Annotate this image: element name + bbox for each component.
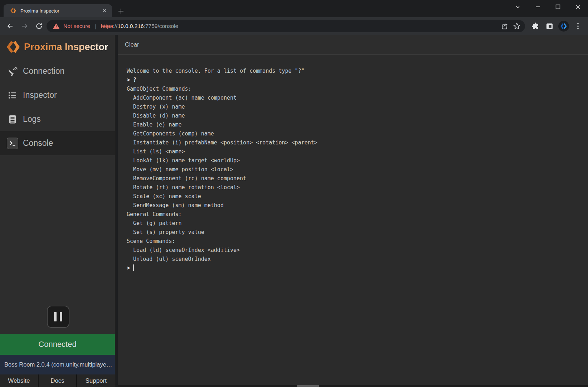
console-output-line: Scale (sc) name scale (127, 192, 588, 201)
tab-search-chevron-icon[interactable] (508, 0, 528, 14)
side-panel-icon[interactable] (542, 19, 557, 33)
project-info-bar: Boss Room 2.0.4 (com.unity.multiplaye… (0, 355, 115, 374)
url-separator: :// (113, 23, 117, 29)
console-output-line: RemoveComponent (rc) name component (127, 174, 588, 183)
back-button[interactable] (4, 20, 16, 32)
toolbar-right-icons (528, 19, 585, 33)
brand-header: Proxima Inspector (0, 35, 115, 59)
extensions-puzzle-icon[interactable] (528, 19, 542, 33)
sidebar-item-label: Inspector (23, 90, 57, 100)
sidebar-item-logs[interactable]: Logs (0, 107, 115, 131)
sidebar-nav: Connection Inspector (0, 59, 115, 155)
minimize-button[interactable] (528, 0, 548, 14)
page-content: Proxima Inspector Connection (0, 35, 588, 387)
support-link[interactable]: Support (77, 374, 115, 387)
url-divider: | (95, 23, 96, 29)
console-output[interactable]: Welcome to the console. For a list of co… (118, 55, 588, 385)
brand-title: Proxima Inspector (24, 42, 108, 53)
terminal-icon (6, 137, 19, 149)
console-echo-line: >? (127, 76, 588, 85)
browser-window: Proxima Inspector (0, 0, 588, 387)
console-output-line: LookAt (lk) name target <worldUp> (127, 156, 588, 165)
new-tab-button[interactable] (117, 7, 125, 15)
console-output-line: Enable (e) name (127, 120, 588, 129)
tab-title: Proxima Inspector (20, 8, 101, 14)
satellite-dish-icon (6, 65, 19, 77)
browser-toolbar: Not secure | https :// 10.0.0.216 :7759/… (0, 17, 588, 35)
console-welcome-line: Welcome to the console. For a list of co… (127, 67, 588, 76)
clear-button[interactable]: Clear (125, 41, 139, 48)
console-output-line: Instantiate (i) prefabName <position> <r… (127, 138, 588, 147)
url-path: :7759/console (144, 23, 179, 29)
reload-button[interactable] (33, 20, 45, 32)
console-output-line: Load (ld) sceneOrIndex <additive> (127, 246, 588, 255)
sidebar-item-label: Console (23, 138, 53, 148)
connection-status-label: Connected (38, 340, 76, 349)
close-button[interactable] (568, 0, 588, 14)
project-info-label: Boss Room 2.0.4 (com.unity.multiplaye… (4, 361, 112, 368)
bulleted-list-icon (6, 89, 19, 101)
proxima-extension-icon[interactable] (557, 19, 571, 33)
sidebar-footer: Website Docs Support (0, 374, 115, 387)
website-link[interactable]: Website (0, 374, 38, 387)
console-panel: Clear Welcome to the console. For a list… (118, 35, 588, 387)
console-output-line: GetComponents (comp) name (127, 129, 588, 138)
url-scheme: https (101, 23, 113, 29)
horizontal-scrollbar-track[interactable] (118, 385, 588, 387)
forward-button[interactable] (19, 20, 31, 32)
console-output-line: Disable (d) name (127, 111, 588, 120)
console-output-line: Get (g) pattern (127, 219, 588, 228)
sidebar: Proxima Inspector Connection (0, 35, 116, 387)
sidebar-item-label: Connection (23, 66, 64, 76)
console-output-line: List (ls) <name> (127, 147, 588, 156)
console-output-line: General Commands: (127, 210, 588, 219)
sidebar-item-inspector[interactable]: Inspector (0, 83, 115, 107)
pause-icon (54, 312, 57, 321)
console-toolbar: Clear (118, 35, 588, 55)
sidebar-item-connection[interactable]: Connection (0, 59, 115, 83)
console-output-line: Destroy (x) name (127, 102, 588, 111)
console-output-line: AddComponent (ac) name component (127, 94, 588, 102)
console-output-line: Scene Commands: (127, 237, 588, 246)
url-host: 10.0.0.216 (117, 23, 144, 29)
prompt-symbol: > (127, 265, 130, 271)
document-icon (6, 113, 19, 125)
console-input-line[interactable]: > (127, 264, 588, 273)
tab-close-icon[interactable] (101, 7, 108, 15)
share-icon[interactable] (499, 20, 511, 32)
console-output-line: Set (s) property value (127, 228, 588, 237)
browser-menu-icon[interactable] (571, 19, 585, 33)
sidebar-item-console[interactable]: Console (0, 131, 115, 155)
browser-tab[interactable]: Proxima Inspector (4, 4, 112, 17)
bookmark-star-icon[interactable] (511, 20, 523, 32)
window-controls (508, 0, 588, 14)
not-secure-label: Not secure (63, 23, 90, 29)
proxima-logo-icon (6, 39, 21, 54)
horizontal-scrollbar-thumb[interactable] (297, 385, 319, 387)
docs-link[interactable]: Docs (39, 374, 77, 387)
maximize-button[interactable] (548, 0, 568, 14)
console-output-line: SendMessage (sm) name method (127, 201, 588, 210)
pause-button[interactable] (47, 306, 69, 328)
pause-icon (60, 312, 62, 321)
console-output-line: Unload (ul) sceneOrIndex (127, 255, 588, 264)
proxima-favicon-icon (10, 8, 16, 14)
browser-titlebar: Proxima Inspector (0, 0, 588, 17)
echoed-command: ? (133, 77, 136, 83)
prompt-symbol: > (127, 77, 130, 83)
text-cursor (133, 264, 134, 271)
console-output-line: GameObject Commands: (127, 85, 588, 94)
console-output-line: Rotate (rt) name rotation <local> (127, 183, 588, 192)
address-bar[interactable]: Not secure | https :// 10.0.0.216 :7759/… (47, 20, 525, 32)
not-secure-warning-icon (52, 22, 60, 30)
console-output-line: Move (mv) name position <local> (127, 165, 588, 174)
connection-status-badge: Connected (0, 334, 115, 355)
sidebar-item-label: Logs (23, 114, 41, 124)
